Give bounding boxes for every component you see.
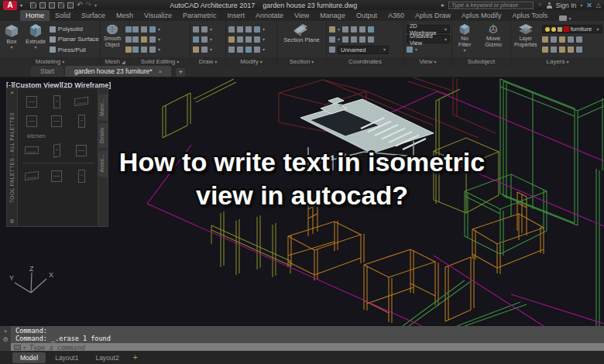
exchange-icon[interactable]: ⁘	[537, 2, 543, 9]
ribbon-tab-annotate[interactable]: Annotate	[250, 10, 289, 21]
explode-icon[interactable]	[254, 46, 260, 53]
palette-item[interactable]	[22, 167, 41, 184]
save-as-icon[interactable]	[58, 2, 64, 9]
shell-icon[interactable]	[149, 46, 156, 53]
offset-icon[interactable]	[245, 46, 252, 53]
palette-item[interactable]	[72, 167, 91, 184]
ucs-object-icon[interactable]	[351, 26, 357, 33]
ribbon-tab-visualize[interactable]: Visualize	[139, 10, 177, 21]
palette-properties-icon[interactable]: ⚙	[9, 218, 14, 225]
layer-freeze-icon[interactable]	[551, 27, 556, 32]
layer-unlock-icon[interactable]	[559, 46, 565, 53]
copy-icon[interactable]	[254, 26, 260, 33]
plot-icon[interactable]	[67, 2, 74, 9]
palette-item[interactable]	[22, 112, 41, 129]
new-drawing-tab-icon[interactable]: +	[176, 68, 185, 77]
extrude-tool-button[interactable]: Extrude ▾	[24, 22, 47, 57]
palette-tab-details[interactable]: Details	[98, 123, 108, 148]
stretch-icon[interactable]	[228, 46, 235, 53]
ucs-origin-icon[interactable]	[329, 36, 335, 43]
sign-in-link[interactable]: Sign In	[556, 2, 576, 9]
erase-icon[interactable]	[228, 36, 235, 43]
file-tab-start[interactable]: Start	[31, 66, 63, 77]
ribbon-tab-aplus-modify[interactable]: Aplus Modify	[456, 10, 507, 21]
palette-item[interactable]	[47, 112, 66, 129]
palette-close-icon[interactable]: ×	[10, 90, 14, 96]
fillet-icon[interactable]	[245, 36, 252, 43]
layer-walk-icon[interactable]	[576, 46, 582, 53]
panel-label-coordinates[interactable]: Coordinates	[327, 57, 403, 66]
layer-lock-icon[interactable]	[558, 27, 562, 32]
viewport-config-icon[interactable]	[407, 46, 413, 53]
intersect-icon[interactable]	[149, 26, 156, 33]
subtract-icon[interactable]	[141, 26, 147, 33]
palette-item[interactable]	[47, 167, 66, 184]
palette-item[interactable]	[22, 142, 41, 159]
move-gizmo-button[interactable]: Move Gizmo	[478, 22, 509, 57]
tool-caret-icon[interactable]: ▾	[415, 47, 417, 52]
palette-item[interactable]	[72, 112, 91, 129]
command-customize-icon[interactable]: ⚙	[2, 336, 8, 343]
qat-caret-icon[interactable]: ▾	[94, 3, 97, 8]
model-viewport[interactable]: [-][Custom View][2D Wireframe]	[0, 77, 604, 326]
tool-caret-icon[interactable]: ▾	[158, 27, 160, 32]
ucs-world-icon[interactable]	[342, 26, 348, 33]
union-icon[interactable]	[132, 26, 139, 33]
layer-isolate-icon[interactable]	[551, 36, 557, 43]
layer-freeze-tool-icon[interactable]	[559, 36, 565, 43]
ucs-icon[interactable]	[329, 26, 335, 33]
scale-icon[interactable]	[237, 46, 243, 53]
layer-properties-button[interactable]: Layer Properties	[513, 22, 539, 57]
no-filter-caret-icon[interactable]: ▾	[464, 48, 466, 53]
tool-caret-icon[interactable]: ▾	[263, 27, 265, 32]
circle-icon[interactable]	[193, 36, 199, 43]
panel-label-draw[interactable]: Draw▾	[190, 57, 225, 66]
command-close-icon[interactable]: ×	[4, 328, 8, 335]
polysolid-button[interactable]: Polysolid	[50, 25, 99, 34]
smooth-object-button[interactable]: Smooth Object	[102, 22, 122, 57]
palette-item[interactable]	[47, 93, 66, 110]
ucs-face-icon[interactable]	[359, 26, 365, 33]
panel-label-subobject[interactable]: Subobject	[452, 57, 510, 66]
palette-item[interactable]	[22, 93, 41, 110]
box-tool-button[interactable]: Box ▾	[2, 22, 22, 57]
layer-dropdown[interactable]: furniture ▾	[542, 25, 602, 33]
layer-on-tool-icon[interactable]	[542, 46, 548, 53]
array-icon[interactable]	[254, 36, 260, 43]
logo-caret-icon[interactable]: ▾	[20, 2, 22, 8]
taper-face-icon[interactable]	[141, 46, 147, 53]
rotate-icon[interactable]	[237, 26, 243, 33]
layer-off-icon[interactable]	[542, 36, 548, 43]
fillet-edge-icon[interactable]	[132, 46, 139, 53]
panel-label-layers[interactable]: Layers▾	[511, 57, 604, 66]
no-filter-button[interactable]: No Filter ▾	[454, 22, 475, 57]
hatch-icon[interactable]	[201, 46, 208, 53]
ribbon-tab-aplus-tools[interactable]: Aplus Tools	[507, 10, 554, 21]
tool-caret-icon[interactable]: ▾	[338, 37, 340, 42]
line-icon[interactable]	[193, 26, 199, 33]
exchange-x-icon[interactable]: ✕	[586, 2, 592, 9]
tool-caret-icon[interactable]: ▾	[210, 47, 212, 52]
ribbon-options-icon[interactable]: ▾	[559, 15, 571, 21]
ribbon-tab-output[interactable]: Output	[351, 10, 383, 21]
trim-icon[interactable]	[245, 26, 252, 33]
ucs-z-axis-icon[interactable]	[342, 36, 348, 43]
rectangle-icon[interactable]	[193, 46, 199, 53]
press-pull-button[interactable]: Press/Pull	[50, 45, 99, 54]
palette-item[interactable]	[72, 93, 91, 110]
ucs-named-icon[interactable]	[329, 46, 335, 53]
ucs-named-dropdown[interactable]: Unnamed▾	[338, 46, 389, 54]
ribbon-tab-aplus-draw[interactable]: Aplus Draw	[410, 10, 456, 21]
tool-caret-icon[interactable]: ▾	[210, 27, 212, 32]
redo-icon[interactable]: ↷	[86, 2, 92, 9]
extrude-caret-icon[interactable]: ▾	[34, 45, 36, 50]
file-tab-document[interactable]: garden house 23 furniture*×	[65, 66, 171, 77]
new-layout-icon[interactable]: +	[133, 353, 138, 362]
ribbon-tab-view[interactable]: View	[289, 10, 314, 21]
palette-item[interactable]	[72, 142, 91, 159]
layer-thaw-icon[interactable]	[551, 46, 557, 53]
ribbon-tab-insert[interactable]: Insert	[221, 10, 250, 21]
new-file-icon[interactable]	[30, 2, 36, 9]
ucs-3point-icon[interactable]	[351, 36, 357, 43]
ucs-axis-icon[interactable]: Y Z X	[2, 263, 63, 298]
